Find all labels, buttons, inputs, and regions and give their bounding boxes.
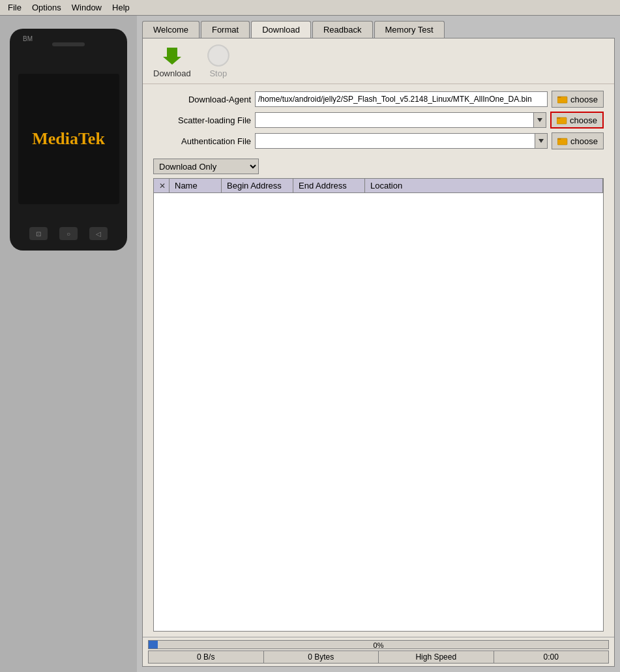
phone-btn-center: ○ xyxy=(59,227,78,240)
tab-format[interactable]: Format xyxy=(201,21,250,38)
tab-bar: Welcome Format Download Readback Memory … xyxy=(142,21,615,38)
download-button[interactable]: Download xyxy=(153,44,191,78)
stop-icon xyxy=(207,44,230,67)
th-end-address: End Address xyxy=(293,179,365,192)
auth-row: Authentication File xyxy=(153,132,604,149)
progress-text: 0% xyxy=(149,641,608,650)
scatter-row: Scatter-loading File xyxy=(153,112,604,129)
tab-readback[interactable]: Readback xyxy=(312,21,373,38)
th-checkbox: ✕ xyxy=(154,179,170,192)
download-icon xyxy=(160,44,184,67)
stop-label: Stop xyxy=(209,69,227,78)
table-header: ✕ Name Begin Address End Address Locatio… xyxy=(154,179,603,193)
phone-buttons: ⊡ ○ ◁ xyxy=(16,227,121,244)
scatter-dropdown-arrow[interactable] xyxy=(533,112,546,128)
svg-marker-0 xyxy=(163,48,181,65)
mode-dropdown-area: Download Only Format All + Download Firm… xyxy=(153,159,604,174)
th-begin-address: Begin Address xyxy=(222,179,293,192)
sidebar: BM MediaTek ⊡ ○ ◁ xyxy=(0,16,137,672)
download-label: Download xyxy=(153,69,191,78)
tab-welcome[interactable]: Welcome xyxy=(142,21,199,38)
phone-screen: MediaTek xyxy=(18,74,119,204)
status-row: 0 B/s 0 Bytes High Speed 0:00 xyxy=(148,650,609,664)
menu-options[interactable]: Options xyxy=(27,1,66,14)
folder-icon-scatter xyxy=(557,115,567,125)
download-agent-row: Download-Agent choose xyxy=(153,91,604,108)
form-area: Download-Agent choose Scatter-loading Fi… xyxy=(143,84,614,156)
phone-btn-left: ⊡ xyxy=(29,227,48,240)
scatter-input[interactable] xyxy=(255,112,533,128)
chevron-down-icon xyxy=(537,118,542,122)
folder-icon-auth xyxy=(557,136,568,145)
file-table: ✕ Name Begin Address End Address Locatio… xyxy=(153,178,604,632)
stop-button[interactable]: Stop xyxy=(207,44,230,78)
th-location: Location xyxy=(365,179,603,192)
tab-memorytest[interactable]: Memory Test xyxy=(374,21,445,38)
download-agent-label: Download-Agent xyxy=(153,95,251,104)
content-area: Welcome Format Download Readback Memory … xyxy=(137,16,620,672)
menu-help[interactable]: Help xyxy=(107,1,135,14)
folder-icon-agent xyxy=(557,95,568,104)
menubar: File Options Window Help xyxy=(0,0,620,16)
phone-graphic: BM MediaTek ⊡ ○ ◁ xyxy=(10,29,127,251)
phone-brand: BM xyxy=(23,35,33,42)
choose-scatter-label: choose xyxy=(570,115,597,125)
progress-area: 0% 0 B/s 0 Bytes High Speed 0:00 xyxy=(143,637,614,666)
auth-input[interactable] xyxy=(255,133,535,149)
auth-input-wrapper xyxy=(255,133,548,149)
choose-auth-button[interactable]: choose xyxy=(552,132,604,149)
choose-agent-button[interactable]: choose xyxy=(552,91,604,108)
auth-label: Authentication File xyxy=(153,136,251,146)
tab-download[interactable]: Download xyxy=(251,21,311,38)
choose-agent-label: choose xyxy=(570,95,598,104)
auth-dropdown-arrow[interactable] xyxy=(535,133,548,149)
toolbar: Download Stop xyxy=(143,38,614,84)
mode-select[interactable]: Download Only Format All + Download Firm… xyxy=(153,159,259,174)
svg-marker-6 xyxy=(539,139,544,143)
svg-marker-4 xyxy=(537,118,542,122)
scatter-input-wrapper xyxy=(255,112,546,128)
choose-scatter-button[interactable]: choose xyxy=(550,112,604,129)
svg-point-2 xyxy=(208,45,229,66)
scatter-label: Scatter-loading File xyxy=(153,115,251,125)
status-size: 0 Bytes xyxy=(264,651,379,663)
table-body xyxy=(154,193,603,631)
menu-window[interactable]: Window xyxy=(66,1,107,14)
phone-speaker xyxy=(52,42,85,46)
chevron-down-icon-auth xyxy=(539,139,544,143)
progress-bar-container: 0% xyxy=(148,640,609,649)
status-mode: High Speed xyxy=(379,651,494,663)
phone-btn-right: ◁ xyxy=(89,227,108,240)
th-name: Name xyxy=(170,179,222,192)
mediatek-logo: MediaTek xyxy=(32,129,105,149)
status-speed: 0 B/s xyxy=(149,651,264,663)
status-time: 0:00 xyxy=(494,651,609,663)
choose-auth-label: choose xyxy=(570,136,598,146)
main-panel: Download Stop Download-Agent xyxy=(142,38,615,667)
menu-file[interactable]: File xyxy=(3,1,27,14)
download-agent-input[interactable] xyxy=(255,91,548,107)
